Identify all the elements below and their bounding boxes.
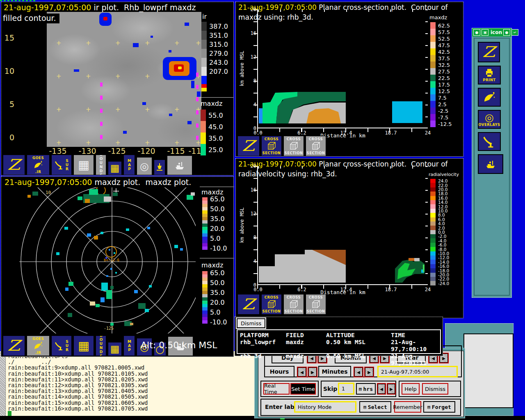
terminal-line: rain:beaufait:16>xdump.all 970821.0705.x…: [8, 405, 148, 411]
real-time-button[interactable]: Real Time: [263, 383, 290, 395]
satellite-image[interactable]: ++++++++++++++++++++++++: [47, 12, 201, 147]
grid-icon[interactable]: ▦: [73, 336, 94, 356]
overlay-spot: [134, 290, 138, 293]
resize-icon[interactable]: ↵: [511, 29, 518, 36]
overlay-spot: +: [115, 140, 121, 146]
goes-icon[interactable]: GOES.IR: [27, 336, 50, 356]
window-menu-icon[interactable]: ●: [473, 29, 480, 36]
ir-window-toolbar: ZGOES.IRSUR▦BOUNDS▦MAP◎: [3, 154, 192, 175]
minutes-forward-button[interactable]: ▶: [364, 367, 374, 377]
window-title-line2: filled contour.: [3, 14, 59, 23]
x-axis-label: Distance in km: [320, 132, 365, 139]
overlay-spot: +: [115, 73, 121, 80]
z-icon[interactable]: Z: [3, 336, 25, 356]
sur-icon[interactable]: SUR: [51, 336, 72, 356]
terminal-line: rain:beaufait:10>xdump.all 970821.0105.x…: [8, 370, 148, 376]
overlays-icon[interactable]: ◎OVERLAYS: [478, 110, 501, 129]
cross-section-plot[interactable]: 20 16 12 8 4 0 0.0 6.2 12.4 18.7 24 km a…: [257, 166, 428, 285]
minutes-back-button[interactable]: ◀: [354, 367, 363, 377]
time-display-field[interactable]: 21-Aug-97,7:05:00: [377, 366, 458, 377]
x-axis-label: Distance in km: [320, 289, 365, 295]
overlay-spot: [191, 192, 195, 196]
cross-icon[interactable]: CROSSSECTION: [261, 294, 282, 315]
cross-icon[interactable]: CROSSSECTION: [306, 136, 326, 156]
hours-back-button[interactable]: ◀: [297, 367, 307, 377]
cross-icon[interactable]: CROSSSECTION: [306, 294, 326, 315]
lat-tick: 0: [4, 133, 14, 142]
print-icon[interactable]: PRINT: [478, 66, 501, 84]
lat-tick: 5: [4, 100, 14, 109]
overlay-spot: +: [115, 107, 121, 113]
iconify-icon[interactable]: ●: [503, 29, 510, 36]
ship-icon[interactable]: [167, 155, 192, 175]
overlay-spot: [196, 110, 199, 114]
window-restore-icon[interactable]: ▣: [482, 29, 488, 36]
smallgrid-icon[interactable]: ▦: [108, 342, 122, 356]
azimuth-tick: -125: [104, 326, 114, 331]
sur-icon[interactable]: SUR: [51, 155, 72, 175]
terminal-scrollbar[interactable]: [0, 351, 6, 416]
help-button[interactable]: Help: [402, 383, 420, 395]
overlay-spot: [78, 196, 82, 200]
overlay-spot: +: [86, 140, 91, 146]
y-tick-label: 16: [246, 30, 256, 36]
overlay-spot: [130, 323, 133, 325]
skip-back-button[interactable]: ◀: [377, 383, 386, 395]
z-icon[interactable]: Z: [237, 294, 260, 315]
overlay-spot: +: [86, 40, 91, 46]
hours-button[interactable]: Hours: [264, 366, 294, 377]
z-icon[interactable]: Z: [237, 136, 260, 156]
ship-icon[interactable]: [478, 154, 503, 174]
table-cell: 21-Aug-97,7:00:10: [391, 339, 440, 353]
palette-titlebar[interactable]: ● ▣ icon ● ↵: [472, 28, 511, 37]
x-tick-label: 6.2: [297, 130, 306, 136]
set-time-button[interactable]: Set Time: [290, 383, 316, 395]
colorbar-label: radialvelocity: [429, 172, 459, 177]
select-button[interactable]: ▤Select: [359, 401, 391, 413]
smallgrid-icon[interactable]: ▦: [108, 161, 122, 175]
overlay-spot: [96, 304, 100, 307]
overlay-spot: [94, 236, 98, 240]
overlay-spot: +: [145, 40, 150, 46]
forget-button[interactable]: ▤Forget: [423, 401, 455, 413]
cross-icon[interactable]: CROSSSECTION: [283, 136, 304, 156]
map-icon[interactable]: MAP: [123, 155, 135, 175]
z-icon[interactable]: Z: [3, 155, 25, 175]
ir-colorbar-label: ir: [202, 13, 207, 21]
goes-icon[interactable]: GOES.IR: [27, 155, 50, 175]
skip-forward-button[interactable]: ▶: [387, 383, 396, 395]
dish-icon[interactable]: [478, 88, 501, 107]
bounds-icon[interactable]: BOUNDS: [96, 336, 106, 356]
buoy-icon[interactable]: [154, 160, 165, 175]
skip-value-field[interactable]: 1: [338, 383, 354, 395]
dismiss-button[interactable]: Dismiss: [422, 383, 448, 395]
cross-icon[interactable]: CROSSSECTION: [261, 136, 282, 156]
z-icon[interactable]: Z: [478, 42, 500, 62]
map-icon[interactable]: MAP: [123, 336, 135, 356]
overlay-spot: +: [56, 73, 62, 80]
remember-button[interactable]: Remember: [394, 401, 421, 413]
cross-icon[interactable]: CROSSSECTION: [283, 294, 304, 315]
range-tick: 10: [46, 190, 51, 195]
terminal-window[interactable]: rain:beaufait:8>ls./ ../rain:beaufait:9>…: [0, 351, 255, 416]
overlay-spot: [180, 248, 183, 251]
timestamp: 21-aug-1997,07:05:00: [238, 160, 317, 168]
overlay-spot: [149, 285, 152, 288]
target-icon[interactable]: ◎: [137, 157, 152, 175]
minutes-button[interactable]: Minutes: [318, 366, 351, 377]
dialog-dismiss-button[interactable]: Dismiss: [237, 318, 265, 328]
bounds-icon[interactable]: BOUNDS: [96, 155, 106, 175]
palette-icons: ZPRINT◎OVERLAYS: [478, 42, 503, 174]
cross-section-plot[interactable]: 20 16 12 8 4 0 0.0 6.2 12.4 18.7 24 km a…: [257, 9, 428, 128]
skip-units-button[interactable]: ▤hrs: [356, 383, 376, 395]
table-cell: 0.50 km MSL: [326, 353, 391, 367]
label-input-field[interactable]: History Mode: [294, 401, 356, 413]
overlay-spot: [110, 286, 114, 289]
overlay-spot: [100, 122, 103, 126]
ppi-display[interactable]: b<-12-6 10 -125: [3, 187, 196, 333]
grid-icon[interactable]: ▦: [73, 155, 94, 175]
hours-forward-button[interactable]: ▶: [308, 367, 317, 377]
antenna-icon[interactable]: [478, 132, 501, 151]
menu-icon: ▤: [363, 404, 366, 410]
cross-section-radialvelocity-window: 21-aug-1997,07:05:00 Planar cross-sectio…: [235, 158, 463, 318]
